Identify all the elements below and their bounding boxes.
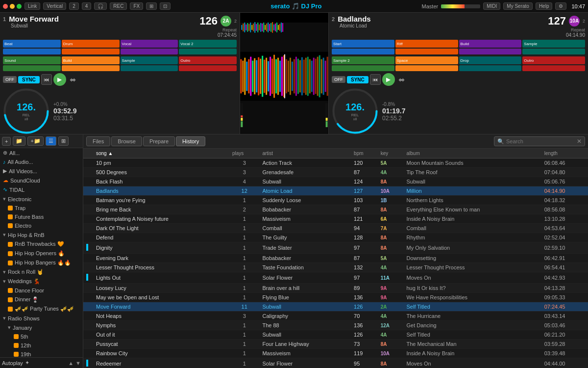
track-album-cell[interactable]: Downsetting — [403, 254, 541, 263]
track-album-cell[interactable]: Comball — [403, 224, 541, 233]
table-row[interactable]: 500 Degrees3Grenadesafe874ATip The Roof0… — [83, 168, 588, 177]
track-album-cell[interactable]: hug It Or kiss It? — [403, 284, 541, 293]
track-name-cell[interactable]: Badlands — [93, 186, 229, 196]
cue-pad-2-space[interactable]: Space — [395, 56, 458, 64]
cue-pad-2-start[interactable]: Start — [332, 40, 394, 48]
track-album-cell[interactable]: Moves On — [403, 272, 541, 284]
cue-pad-sound[interactable]: Sound — [3, 56, 61, 64]
track-artist-cell[interactable]: Solar Flower — [259, 358, 351, 368]
table-row[interactable]: Defend1The Guilty1288ARhythm02:52.04 — [83, 233, 588, 242]
sidebar-item-5th[interactable]: 5th — [0, 332, 83, 341]
tab-history[interactable]: History — [176, 136, 205, 146]
cue-pad-1-7[interactable] — [121, 49, 178, 54]
sidebar-item-trap[interactable]: Trap — [0, 204, 83, 212]
cue-pad-2-sample2[interactable]: Sample 2 — [332, 56, 394, 64]
sidebar-item-hip-hop-bangers[interactable]: Hip Hop Bangers 🔥🔥 — [0, 258, 83, 267]
track-artist-cell[interactable]: Grenadesafe — [259, 168, 351, 177]
cue-pad-2-8[interactable] — [522, 49, 585, 54]
col-album[interactable]: album — [403, 149, 541, 158]
table-row[interactable]: Not Heaps3Caligraphy704AThe Hurricane03:… — [83, 312, 588, 321]
minimize-button[interactable] — [10, 4, 15, 9]
track-artist-cell[interactable]: Massiveism — [259, 214, 351, 224]
table-row[interactable]: Back Flash4Subwall1248ASubwall05:06.76 — [83, 177, 588, 186]
cue-pad-2-build[interactable]: Build — [459, 40, 522, 48]
sidebar-add-crate-button[interactable]: +📁 — [27, 136, 43, 146]
sidebar-scroll-down[interactable]: ▼ — [75, 360, 81, 366]
sidebar-item-rnb-throwbacks[interactable]: RnB Throwbacks 🧡 — [0, 239, 83, 249]
track-artist-cell[interactable]: Subwall — [259, 302, 351, 312]
table-row[interactable]: Lights Out1Solar Flower9711AMoves On04:4… — [83, 272, 588, 284]
track-name-cell[interactable]: 500 Degrees — [93, 168, 229, 177]
settings-button[interactable]: ⚙ — [555, 2, 566, 10]
sidebar-scroll-up[interactable]: ▲ — [68, 360, 74, 366]
track-name-cell[interactable]: Contemplating A Noisey future — [93, 214, 229, 224]
sidebar-item-january[interactable]: ▾ January — [0, 323, 83, 332]
table-row[interactable]: Pussycat1Four Lane Highway738AThe Mechan… — [83, 340, 588, 349]
cue-pad-1-5[interactable] — [3, 49, 61, 54]
track-name-cell[interactable]: May we be Open and Lost — [93, 293, 229, 302]
table-row[interactable]: Rainbow City1Massiveism11910AInside A No… — [83, 349, 588, 358]
deck-2-prev-button[interactable]: ⏮ — [370, 74, 381, 85]
track-album-cell[interactable]: Everything Else Known to man — [403, 205, 541, 214]
cue-pad-2-2-7[interactable] — [459, 65, 522, 71]
sidebar-item-all-audio[interactable]: ♪ All Audio... — [0, 158, 83, 166]
track-name-cell[interactable]: 10 pm — [93, 158, 229, 168]
track-album-cell[interactable]: Moon Mountain Sounds — [403, 158, 541, 168]
table-row[interactable]: Dignity1Trade Slater978AMy Only Salvatio… — [83, 242, 588, 254]
track-artist-cell[interactable]: Atomic Load — [259, 186, 351, 196]
cue-pad-sample[interactable]: Sample — [121, 56, 178, 64]
cue-pad-2-8[interactable] — [179, 65, 237, 71]
table-row[interactable]: Batman you're Fying1Suddenly Loose1031BN… — [83, 196, 588, 205]
track-artist-cell[interactable]: The Guilty — [259, 233, 351, 242]
maximize-button[interactable] — [17, 4, 22, 9]
track-name-cell[interactable]: Nymphs — [93, 321, 229, 330]
sidebar-item-all-videos[interactable]: ▶ All Videos... — [0, 166, 83, 176]
table-row[interactable]: Bring me Back2Bobabacker878AEverything E… — [83, 205, 588, 214]
deck-2-play-button[interactable]: ▶ — [382, 73, 395, 86]
track-name-cell[interactable]: Rainbow City — [93, 349, 229, 358]
track-album-cell[interactable]: Self Titled — [403, 302, 541, 312]
track-artist-cell[interactable]: Taste Foundation — [259, 263, 351, 272]
table-row[interactable]: Contemplating A Noisey future1Massiveism… — [83, 214, 588, 224]
sidebar-grid-view-button[interactable]: ⊞ — [58, 136, 69, 146]
table-row[interactable]: Loosey Lucy1Brain over a hill899Ahug It … — [83, 284, 588, 293]
track-album-cell[interactable]: We Have Responsibilities — [403, 293, 541, 302]
cue-pad-beat[interactable]: Beat — [3, 40, 61, 48]
track-album-cell[interactable]: Tip The Roof — [403, 168, 541, 177]
track-artist-cell[interactable]: Suddenly Loose — [259, 196, 351, 205]
cue-pad-2-2-6[interactable] — [395, 65, 458, 71]
table-row[interactable]: Nymphs1The 8813612AGet Dancing05:03.46 — [83, 321, 588, 330]
cue-pad-2-riff[interactable]: Riff — [395, 40, 458, 48]
table-row[interactable]: 10 pm3Action Track1205AMoon Mountain Sou… — [83, 158, 588, 168]
col-artist[interactable]: artist — [259, 149, 351, 158]
cue-pad-2-drop[interactable]: Drop — [459, 56, 522, 64]
sidebar-item-12th[interactable]: 12th — [0, 341, 83, 350]
cue-pad-2-2-8[interactable] — [522, 65, 585, 71]
vertical-button[interactable]: Vertical — [43, 2, 66, 10]
search-input[interactable] — [506, 138, 575, 144]
sidebar-item-tidal[interactable]: ∿ TIDAL — [0, 185, 83, 194]
tab-files[interactable]: Files — [86, 136, 110, 146]
track-artist-cell[interactable]: Four Lane Highway — [259, 340, 351, 349]
sidebar-item-soundcloud[interactable]: ☁ SoundCloud — [0, 176, 83, 185]
deck-count-4[interactable]: 4 — [82, 2, 92, 10]
track-name-cell[interactable]: Lesser Thought Process — [93, 263, 229, 272]
cue-pad-2-sample[interactable]: Sample — [522, 40, 585, 48]
close-button[interactable] — [3, 4, 8, 9]
cue-pad-1-6[interactable] — [62, 49, 120, 54]
sidebar-item-dance-floor[interactable]: Dance Floor — [0, 286, 83, 295]
track-artist-cell[interactable]: Trade Slater — [259, 242, 351, 254]
cue-pad-2-7[interactable] — [459, 49, 522, 54]
sidebar-item-future-bass[interactable]: Future Bass — [0, 212, 83, 221]
cue-pad-build[interactable]: Build — [62, 56, 120, 64]
track-album-cell[interactable]: Self Titled — [403, 330, 541, 340]
track-artist-cell[interactable]: Subwall — [259, 330, 351, 340]
track-name-cell[interactable]: Back Flash — [93, 177, 229, 186]
col-song[interactable]: song ▲ — [93, 149, 229, 158]
sidebar-item-radio-shows[interactable]: ▾ Radio Shows — [0, 314, 83, 323]
table-row[interactable]: Evening Dark1Bobabacker875ADownsetting06… — [83, 254, 588, 263]
sidebar-item-hip-hop[interactable]: ▾ Hip Hop & RnB — [0, 230, 83, 239]
col-key[interactable]: key — [378, 149, 404, 158]
cue-pad-2-5[interactable] — [3, 65, 61, 71]
sidebar-item-party-tunes[interactable]: 🎺🎺 Party Tunes 🎺🎺 — [0, 304, 83, 314]
